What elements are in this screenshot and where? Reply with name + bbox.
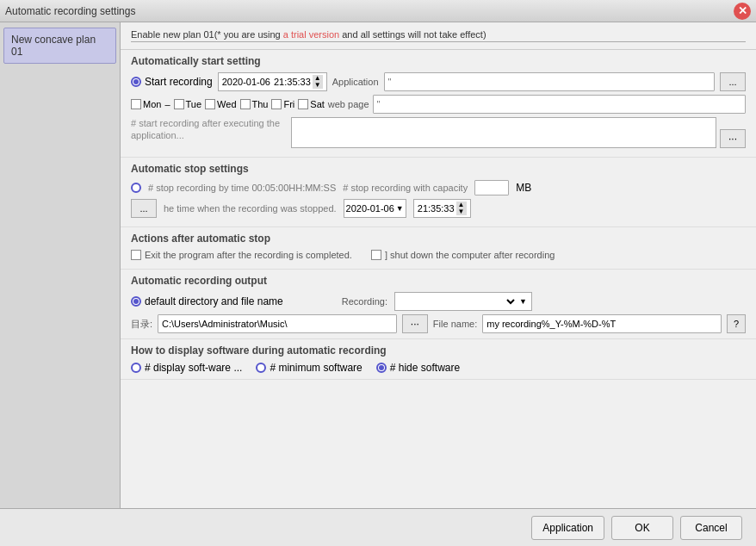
actions-section: Actions after automatic stop Exit the pr… [121,227,756,270]
webpage-label: web page [328,99,369,109]
spin-down[interactable]: ▼ [313,82,323,89]
stop-by-time-label: # stop recording by time 00:05:00HH:MM:S… [148,183,336,193]
sidebar-plan-item[interactable]: New concave plan 01 [3,28,116,64]
stop-date-wrapper: 2020-01-06 ▼ [344,199,406,218]
filename-input[interactable] [482,314,722,333]
recording-select-wrapper: ▼ [394,292,532,311]
fri-checkbox[interactable] [271,99,282,109]
bottom-bar: Application OK Cancel [0,508,756,546]
sidebar: New concave plan 01 Ten One [0,22,121,546]
stop-spin-down[interactable]: ▼ [456,208,467,215]
day-wed: Wed [205,99,236,109]
actions-title: Actions after automatic stop [131,233,746,245]
software-options: # display soft-ware ... # minimum softwa… [131,362,746,374]
filename-help-button[interactable]: ? [727,314,746,333]
output-radio-dot [131,296,141,307]
software-title: How to display software during automatic… [131,344,746,357]
stop-time-label: he time when the recording was stopped. [164,203,337,214]
app-label: Application [332,77,379,87]
sat-checkbox[interactable] [298,99,308,109]
app-input[interactable] [384,72,715,91]
auto-start-title: Automatically start setting [131,55,746,67]
shutdown-checkbox[interactable] [371,250,381,260]
notice-bar: Enable new plan 01(* you are using a tri… [121,22,756,50]
default-dir-radio[interactable]: default directory and file name [131,295,283,307]
stop-browse-button[interactable]: ... [131,199,157,218]
content-area: Enable new plan 01(* you are using a tri… [121,22,756,546]
dir-input[interactable] [158,314,397,333]
radio-dot [131,77,141,87]
app-browse-button[interactable]: ... [720,72,746,91]
webpage-input[interactable] [373,95,746,114]
application-button[interactable]: Application [531,516,604,540]
title-text: Automatic recording settings [5,5,135,17]
exit-checkbox[interactable] [131,250,141,260]
exec-browse-button[interactable]: ··· [720,129,746,148]
day-fri: Fri [271,99,294,109]
recording-select[interactable] [397,294,517,309]
display-radio[interactable]: # display soft-ware ... [131,362,242,374]
exec-textarea[interactable] [291,117,716,148]
start-recording-radio[interactable]: Start recording [131,76,213,88]
capacity-unit: MB [516,182,531,194]
exit-checkbox-label: Exit the program after the recording is … [131,250,352,260]
dir-browse-button[interactable]: ··· [402,314,428,333]
dir-label: 目录: [131,318,152,331]
wed-checkbox[interactable] [205,99,215,109]
day-mon: Mon [131,99,161,109]
software-section: How to display software during automatic… [121,339,756,380]
day-thu: Thu [240,99,269,109]
hide-radio[interactable]: # hide software [376,362,460,374]
recording-label: Recording: [342,296,387,307]
filename-label: File name: [433,319,477,329]
auto-start-section: Automatically start setting Start record… [121,50,756,158]
stop-time-input[interactable]: 21:35:33 ▲ ▼ [413,199,471,218]
exec-label: # start recording after executing the ap… [131,117,286,142]
mon-checkbox[interactable] [131,99,141,109]
shutdown-checkbox-label: ] shut down the computer after recording [371,250,555,260]
capacity-input[interactable] [474,180,509,195]
stop-by-capacity-label: # stop recording with capacity [343,183,468,193]
minimize-radio[interactable]: # minimum software [256,362,362,374]
cancel-button[interactable]: Cancel [680,516,742,540]
auto-stop-title: Automatic stop settings [131,163,746,175]
auto-stop-section: Automatic stop settings # stop recording… [121,158,756,227]
day-tue: Tue [174,99,202,109]
start-date-input[interactable]: 2020-01-06 21:35:33 ▲ ▼ [218,72,327,91]
ok-button[interactable]: OK [611,516,673,540]
output-title: Automatic recording output [131,275,746,287]
title-bar: Automatic recording settings ✕ [0,0,756,22]
day-sat: Sat [298,99,325,109]
stop-radio-dot [131,183,141,193]
days-row: Mon – Tue Wed Thu Fri [131,95,746,114]
close-button[interactable]: ✕ [734,3,751,20]
thu-checkbox[interactable] [240,99,251,109]
tue-checkbox[interactable] [174,99,184,109]
output-section: Automatic recording output default direc… [121,270,756,339]
